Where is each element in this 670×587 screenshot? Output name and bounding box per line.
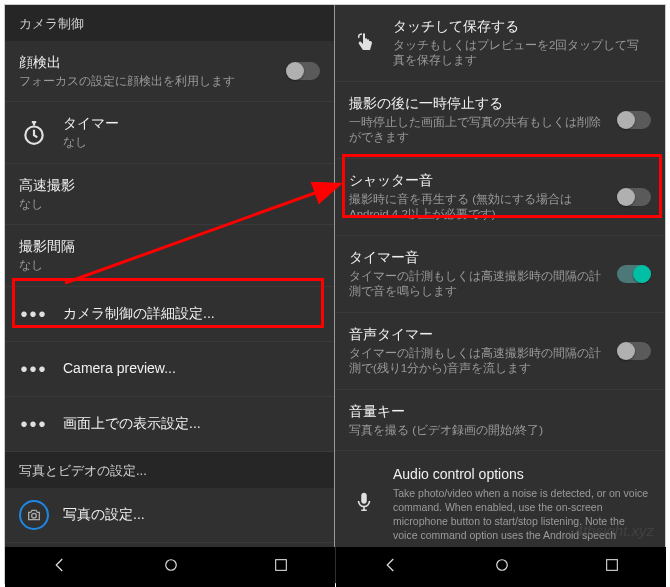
pause-after-sub: 一時停止した画面上で写真の共有もしくは削除ができます bbox=[349, 115, 611, 146]
volume-key-sub: 写真を撮る (ビデオ録画の開始/終了) bbox=[349, 423, 651, 439]
burst-sub: なし bbox=[19, 197, 320, 213]
more-icon: ••• bbox=[19, 409, 49, 439]
interval-row[interactable]: 撮影間隔 なし bbox=[5, 225, 334, 286]
svg-rect-3 bbox=[275, 560, 286, 571]
camera-control-more-row[interactable]: ••• カメラ制御の詳細設定... bbox=[5, 287, 334, 342]
section-header-photo-video: 写真とビデオの設定... bbox=[5, 452, 334, 488]
burst-row[interactable]: 高速撮影 なし bbox=[5, 164, 334, 225]
timer-sound-title: タイマー音 bbox=[349, 248, 611, 267]
face-detection-sub: フォーカスの設定に顔検出を利用します bbox=[19, 74, 280, 90]
camera-preview-label: Camera preview... bbox=[63, 359, 320, 378]
voice-timer-toggle[interactable] bbox=[617, 342, 651, 360]
pause-after-row[interactable]: 撮影の後に一時停止する 一時停止した画面上で写真の共有もしくは削除ができます bbox=[335, 82, 665, 159]
video-settings-row[interactable]: ビデオの設定... bbox=[5, 543, 334, 545]
home-icon[interactable] bbox=[162, 556, 180, 578]
more-icon: ••• bbox=[19, 354, 49, 384]
interval-title: 撮影間隔 bbox=[19, 237, 320, 256]
photo-settings-row[interactable]: 写真の設定... bbox=[5, 488, 334, 543]
shutter-sound-toggle[interactable] bbox=[617, 188, 651, 206]
svg-point-2 bbox=[166, 560, 177, 571]
photo-settings-label: 写真の設定... bbox=[63, 505, 320, 524]
shutter-sound-row[interactable]: シャッター音 撮影時に音を再生する (無効にする場合はAndroid 4.2以上… bbox=[335, 159, 665, 236]
touch-icon bbox=[349, 28, 379, 58]
svg-point-4 bbox=[497, 560, 508, 571]
more-icon: ••• bbox=[19, 299, 49, 329]
svg-rect-5 bbox=[606, 560, 617, 571]
camera-preview-row[interactable]: ••• Camera preview... bbox=[5, 342, 334, 397]
voice-timer-sub: タイマーの計測もしくは高速撮影時の間隔の計測で(残り1分から)音声を流します bbox=[349, 346, 611, 377]
microphone-icon bbox=[349, 487, 379, 517]
right-panel: タッチして保存する タッチもしくはプレビューを2回タップして写真を保存します 撮… bbox=[335, 5, 665, 583]
face-detection-toggle[interactable] bbox=[286, 62, 320, 80]
volume-key-row[interactable]: 音量キー 写真を撮る (ビデオ録画の開始/終了) bbox=[335, 390, 665, 451]
timer-title: タイマー bbox=[63, 114, 320, 133]
screen-display-row[interactable]: ••• 画面上での表示設定... bbox=[5, 397, 334, 452]
shutter-sound-sub: 撮影時に音を再生する (無効にする場合はAndroid 4.2以上が必要です) bbox=[349, 192, 611, 223]
camera-control-more-label: カメラ制御の詳細設定... bbox=[63, 304, 320, 323]
touch-save-sub: タッチもしくはプレビューを2回タップして写真を保存します bbox=[393, 38, 651, 69]
voice-timer-title: 音声タイマー bbox=[349, 325, 611, 344]
timer-sound-row[interactable]: タイマー音 タイマーの計測もしくは高速撮影時の間隔の計測で音を鳴らします bbox=[335, 236, 665, 313]
timer-sound-sub: タイマーの計測もしくは高速撮影時の間隔の計測で音を鳴らします bbox=[349, 269, 611, 300]
pause-after-title: 撮影の後に一時停止する bbox=[349, 94, 611, 113]
recents-icon[interactable] bbox=[604, 557, 620, 577]
timer-sub: なし bbox=[63, 135, 320, 151]
voice-timer-row[interactable]: 音声タイマー タイマーの計測もしくは高速撮影時の間隔の計測で(残り1分から)音声… bbox=[335, 313, 665, 390]
home-icon[interactable] bbox=[493, 556, 511, 578]
interval-sub: なし bbox=[19, 258, 320, 274]
watermark: 4thsight.xyz bbox=[575, 522, 654, 539]
timer-row[interactable]: タイマー なし bbox=[5, 102, 334, 163]
section-header-camera-control: カメラ制御 bbox=[5, 5, 334, 41]
shutter-sound-title: シャッター音 bbox=[349, 171, 611, 190]
audio-control-title: Audio control options bbox=[393, 465, 651, 484]
touch-save-row[interactable]: タッチして保存する タッチもしくはプレビューを2回タップして写真を保存します bbox=[335, 5, 665, 82]
navbar-right bbox=[336, 547, 666, 587]
touch-save-title: タッチして保存する bbox=[393, 17, 651, 36]
left-panel: カメラ制御 顔検出 フォーカスの設定に顔検出を利用します タイマー なし 高速撮… bbox=[5, 5, 335, 583]
face-detection-row[interactable]: 顔検出 フォーカスの設定に顔検出を利用します bbox=[5, 41, 334, 102]
burst-title: 高速撮影 bbox=[19, 176, 320, 195]
back-icon[interactable] bbox=[382, 556, 400, 578]
face-detection-title: 顔検出 bbox=[19, 53, 280, 72]
svg-point-1 bbox=[32, 513, 37, 518]
recents-icon[interactable] bbox=[273, 557, 289, 577]
back-icon[interactable] bbox=[51, 556, 69, 578]
volume-key-title: 音量キー bbox=[349, 402, 651, 421]
navbar-left bbox=[5, 547, 335, 587]
camera-icon bbox=[19, 500, 49, 530]
timer-sound-toggle[interactable] bbox=[617, 265, 651, 283]
pause-after-toggle[interactable] bbox=[617, 111, 651, 129]
screen-display-label: 画面上での表示設定... bbox=[63, 414, 320, 433]
stopwatch-icon bbox=[19, 118, 49, 148]
